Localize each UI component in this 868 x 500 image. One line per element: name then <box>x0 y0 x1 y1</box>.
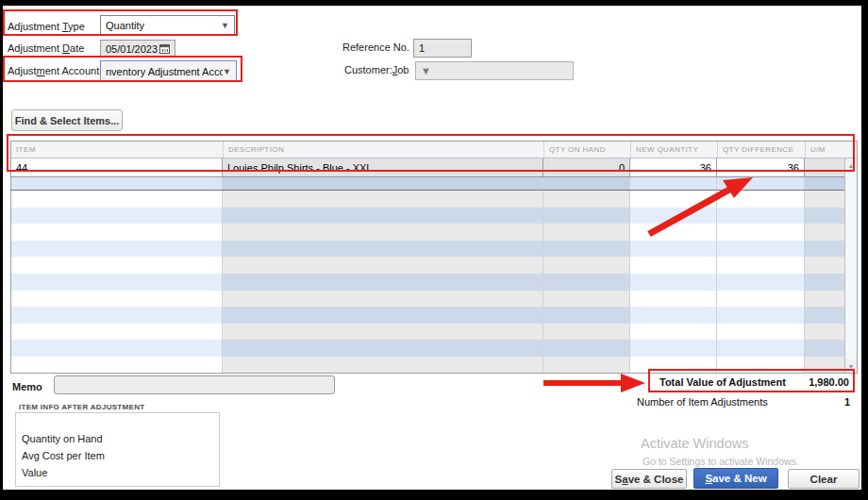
empty-cell[interactable] <box>630 274 717 291</box>
empty-cell[interactable] <box>223 274 543 291</box>
empty-cell[interactable] <box>223 177 543 190</box>
empty-cell[interactable] <box>805 307 844 324</box>
empty-cell[interactable] <box>805 340 844 357</box>
empty-cell[interactable] <box>805 208 844 225</box>
empty-cell[interactable] <box>805 291 844 308</box>
description-cell[interactable]: Louies Philp Shirts - Blue - XXL <box>223 158 543 176</box>
empty-cell[interactable] <box>543 177 630 190</box>
empty-item-row[interactable] <box>11 257 844 274</box>
empty-cell[interactable] <box>11 274 223 291</box>
empty-cell[interactable] <box>805 191 844 208</box>
empty-cell[interactable] <box>717 340 805 357</box>
empty-cell[interactable] <box>543 208 630 225</box>
empty-cell[interactable] <box>630 307 717 324</box>
empty-item-row[interactable] <box>11 224 844 241</box>
empty-cell[interactable] <box>11 357 223 373</box>
empty-cell[interactable] <box>805 224 844 241</box>
save-close-button[interactable]: Save & Close <box>611 469 687 489</box>
empty-cell[interactable] <box>717 177 805 190</box>
empty-item-row[interactable] <box>11 241 844 258</box>
empty-cell[interactable] <box>11 324 223 341</box>
empty-cell[interactable] <box>223 191 543 208</box>
empty-cell[interactable] <box>805 324 844 341</box>
empty-cell[interactable] <box>11 307 223 324</box>
save-new-button[interactable]: Save & New <box>693 468 778 489</box>
column-header-qty-on-hand[interactable]: QTY ON HAND <box>543 142 630 158</box>
um-cell[interactable] <box>805 158 844 176</box>
empty-cell[interactable] <box>717 224 805 241</box>
empty-cell[interactable] <box>630 224 717 241</box>
empty-cell[interactable] <box>717 324 805 341</box>
empty-cell[interactable] <box>717 241 805 258</box>
empty-cell[interactable] <box>223 357 543 373</box>
empty-cell[interactable] <box>630 241 717 258</box>
adjustment-type-dropdown[interactable]: Quantity ▼ <box>100 15 235 36</box>
empty-cell[interactable] <box>805 241 844 258</box>
column-header-description[interactable]: DESCRIPTION <box>223 142 543 158</box>
empty-cell[interactable] <box>223 257 543 274</box>
empty-cell[interactable] <box>11 340 223 357</box>
memo-input[interactable] <box>54 375 335 394</box>
empty-cell[interactable] <box>543 357 630 373</box>
empty-cell[interactable] <box>805 177 844 190</box>
empty-cell[interactable] <box>223 291 543 308</box>
clear-button[interactable]: Clear <box>788 469 860 489</box>
column-header-new-quantity[interactable]: NEW QUANTITY <box>630 142 717 158</box>
empty-cell[interactable] <box>717 307 805 324</box>
empty-item-row[interactable] <box>11 340 844 357</box>
qty-difference-cell[interactable]: 36 <box>717 158 805 176</box>
empty-cell[interactable] <box>717 191 805 208</box>
empty-cell[interactable] <box>717 208 805 225</box>
empty-cell[interactable] <box>11 191 223 208</box>
calendar-icon[interactable] <box>159 43 170 54</box>
empty-cell[interactable] <box>543 241 630 258</box>
empty-item-row[interactable] <box>11 274 844 291</box>
empty-cell[interactable] <box>543 257 630 274</box>
empty-cell[interactable] <box>223 340 543 357</box>
column-header-qty-difference[interactable]: QTY DIFFERENCE <box>717 142 805 158</box>
empty-cell[interactable] <box>223 241 543 258</box>
empty-cell[interactable] <box>630 208 717 225</box>
empty-item-row[interactable] <box>11 177 844 191</box>
empty-item-row[interactable] <box>11 208 844 225</box>
adjustment-account-dropdown[interactable]: nventory Adjustment Account ▼ <box>100 60 237 82</box>
reference-no-field[interactable]: 1 <box>413 39 472 58</box>
new-quantity-cell[interactable]: 36 <box>630 158 717 176</box>
empty-cell[interactable] <box>223 307 543 324</box>
empty-cell[interactable] <box>11 241 223 258</box>
empty-cell[interactable] <box>11 208 223 225</box>
empty-cell[interactable] <box>11 177 223 190</box>
empty-cell[interactable] <box>630 324 717 341</box>
qty-on-hand-cell[interactable]: 0 <box>543 158 630 176</box>
find-select-items-button[interactable]: Find & Select Items... <box>11 109 123 131</box>
empty-cell[interactable] <box>223 224 543 241</box>
column-header-um[interactable]: U/M <box>805 142 857 158</box>
empty-cell[interactable] <box>543 191 630 208</box>
empty-cell[interactable] <box>543 307 630 324</box>
empty-cell[interactable] <box>630 191 717 208</box>
empty-item-row[interactable] <box>11 291 844 308</box>
empty-cell[interactable] <box>805 257 844 274</box>
adjustment-date-field[interactable]: 05/01/2023 <box>100 40 175 58</box>
scroll-up-icon[interactable]: ▲ <box>845 158 857 172</box>
empty-cell[interactable] <box>630 177 717 190</box>
empty-cell[interactable] <box>717 274 805 291</box>
empty-cell[interactable] <box>11 257 223 274</box>
empty-item-row[interactable] <box>11 191 844 208</box>
empty-cell[interactable] <box>630 340 717 357</box>
empty-item-row[interactable] <box>11 307 844 324</box>
empty-cell[interactable] <box>223 324 543 341</box>
empty-cell[interactable] <box>11 224 223 241</box>
empty-cell[interactable] <box>543 291 630 308</box>
empty-cell[interactable] <box>630 291 717 308</box>
empty-cell[interactable] <box>543 324 630 341</box>
empty-cell[interactable] <box>223 208 543 225</box>
empty-cell[interactable] <box>543 340 630 357</box>
empty-cell[interactable] <box>805 274 844 291</box>
customer-job-dropdown[interactable]: ▼ <box>415 61 574 80</box>
vertical-scrollbar[interactable]: ▲ ▼ <box>844 158 857 373</box>
empty-cell[interactable] <box>543 274 630 291</box>
empty-cell[interactable] <box>630 257 717 274</box>
empty-item-row[interactable] <box>11 324 844 341</box>
item-cell[interactable]: 44 <box>11 158 223 176</box>
